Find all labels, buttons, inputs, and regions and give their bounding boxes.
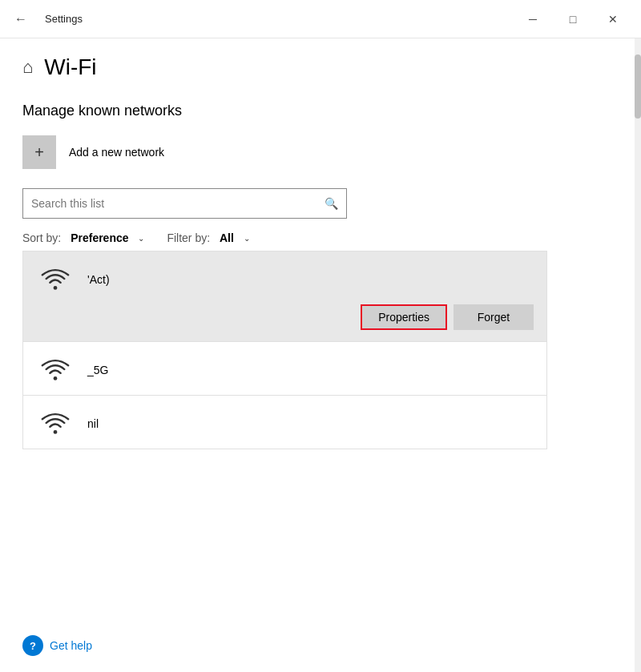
network-item-0[interactable]: 'Act) Properties Forget bbox=[23, 251, 546, 341]
wifi-signal-icon bbox=[40, 264, 71, 295]
help-icon: ? bbox=[22, 635, 43, 656]
sort-label: Sort by: bbox=[22, 231, 61, 244]
title-bar-title: Settings bbox=[45, 13, 83, 25]
search-input[interactable] bbox=[31, 197, 325, 210]
sort-filter-row: Sort by: Preference ⌄ Filter by: All ⌄ bbox=[22, 231, 619, 244]
svg-point-2 bbox=[54, 430, 58, 434]
wifi-icon-0 bbox=[36, 264, 75, 295]
add-network-row: + Add a new network bbox=[22, 135, 619, 169]
svg-point-0 bbox=[54, 286, 58, 290]
wifi-signal-icon-1 bbox=[40, 355, 71, 385]
help-link[interactable]: Get help bbox=[50, 639, 92, 652]
network-item-top-2: nil bbox=[23, 396, 546, 449]
title-bar-left: ← Settings bbox=[10, 8, 83, 30]
help-row[interactable]: ? Get help bbox=[22, 635, 92, 656]
search-box[interactable]: 🔍 bbox=[22, 188, 347, 219]
search-icon: 🔍 bbox=[325, 197, 338, 210]
page-title: Wi-Fi bbox=[44, 54, 96, 80]
filter-chevron-icon: ⌄ bbox=[244, 234, 250, 243]
section-title: Manage known networks bbox=[22, 103, 619, 119]
network-name-1: _5G bbox=[87, 364, 108, 376]
svg-point-1 bbox=[54, 376, 58, 380]
network-item-top-1: _5G bbox=[23, 342, 546, 395]
filter-value: All bbox=[220, 231, 234, 244]
network-item-1[interactable]: _5G bbox=[23, 342, 546, 395]
action-row-0: Properties Forget bbox=[23, 304, 546, 341]
network-list: 'Act) Properties Forget _5G bbox=[22, 251, 547, 449]
sort-dropdown[interactable]: Sort by: Preference ⌄ bbox=[22, 231, 144, 244]
network-name-0: 'Act) bbox=[87, 273, 110, 286]
sort-chevron-icon: ⌄ bbox=[138, 234, 144, 243]
back-button[interactable]: ← bbox=[10, 8, 32, 30]
page-header: ⌂ Wi-Fi bbox=[22, 54, 619, 80]
add-network-button[interactable]: + bbox=[22, 135, 56, 169]
title-bar: ← Settings ─ □ ✕ bbox=[0, 0, 641, 38]
main-content: ⌂ Wi-Fi Manage known networks + Add a ne… bbox=[0, 38, 641, 465]
filter-dropdown[interactable]: Filter by: All ⌄ bbox=[167, 231, 249, 244]
maximize-button[interactable]: □ bbox=[554, 6, 591, 32]
wifi-icon-2 bbox=[36, 408, 75, 439]
network-name-2: nil bbox=[87, 417, 99, 430]
wifi-icon-1 bbox=[36, 355, 75, 385]
network-item-top-0: 'Act) bbox=[23, 251, 546, 304]
sort-value: Preference bbox=[71, 231, 128, 244]
filter-label: Filter by: bbox=[167, 231, 210, 244]
title-bar-controls: ─ □ ✕ bbox=[514, 6, 631, 32]
scrollbar-track bbox=[635, 38, 641, 672]
minimize-button[interactable]: ─ bbox=[514, 6, 551, 32]
forget-button[interactable]: Forget bbox=[454, 304, 534, 330]
home-icon[interactable]: ⌂ bbox=[22, 57, 33, 78]
properties-button[interactable]: Properties bbox=[361, 304, 447, 330]
wifi-signal-icon-2 bbox=[40, 408, 71, 439]
scrollbar-thumb[interactable] bbox=[635, 54, 641, 119]
add-network-label: Add a new network bbox=[69, 146, 164, 159]
close-button[interactable]: ✕ bbox=[595, 6, 631, 32]
network-item-2[interactable]: nil bbox=[23, 396, 546, 449]
